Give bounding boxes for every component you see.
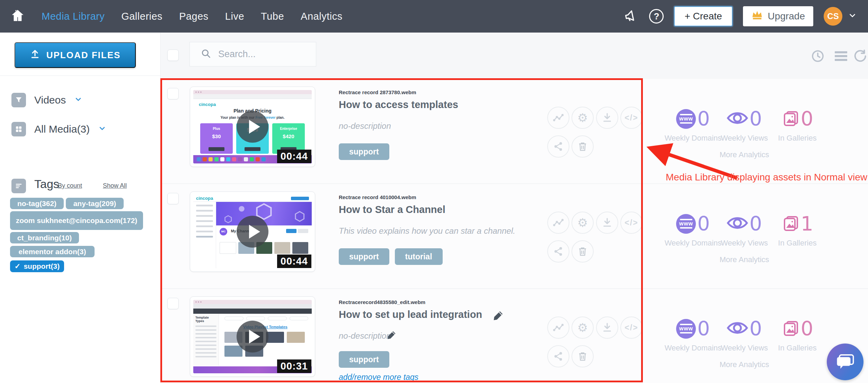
share-button[interactable] — [547, 345, 569, 367]
delete-trash-button[interactable] — [572, 240, 594, 262]
media-filename: Rectrace record 4010004.webm — [339, 194, 416, 200]
more-analytics-link[interactable]: More Analytics — [710, 255, 779, 264]
tag-pill-zoom-sukhneet[interactable]: zoom sukhneet@cincopa.com(172) — [10, 211, 143, 230]
by-count-link[interactable]: By count — [58, 182, 82, 189]
media-list-area: cincopa Plan and Pricing Your plan is wi… — [161, 33, 868, 383]
eye-icon — [727, 320, 748, 337]
top-navbar: Media Library Galleries Pages Live Tube … — [0, 0, 868, 33]
videos-filter[interactable]: Videos — [11, 93, 82, 107]
list-view-icon[interactable] — [833, 48, 849, 64]
announcements-icon[interactable] — [622, 7, 640, 26]
play-button[interactable] — [237, 321, 268, 353]
embed-code-button[interactable]: </> — [620, 107, 643, 129]
pricing-card: Enterprise $420 — [272, 123, 305, 154]
row-checkbox[interactable] — [167, 88, 179, 99]
nav-galleries[interactable]: Galleries — [121, 11, 162, 22]
search-input[interactable] — [218, 49, 305, 60]
row-checkbox[interactable] — [167, 298, 179, 309]
user-avatar[interactable]: CS — [824, 7, 842, 26]
domains-globe-icon: www — [676, 214, 696, 234]
chevron-down-icon[interactable] — [74, 95, 82, 105]
media-description[interactable]: no-description — [339, 331, 391, 341]
chat-widget-button[interactable] — [827, 344, 863, 380]
video-thumbnail[interactable]: Template Types Video Playlist Templates … — [190, 296, 315, 377]
more-analytics-link[interactable]: More Analytics — [710, 360, 779, 369]
delete-trash-button[interactable] — [572, 135, 594, 158]
show-all-link[interactable]: Show All — [103, 182, 127, 189]
weekly-domains-value: 0 — [697, 214, 710, 234]
media-description[interactable]: no-description — [339, 121, 391, 131]
play-button[interactable] — [237, 111, 268, 143]
weekly-views-value: 0 — [750, 214, 762, 234]
nav-analytics[interactable]: Analytics — [301, 11, 343, 22]
media-title[interactable]: How to Star a Channel — [339, 204, 445, 215]
weekly-domains-value: 0 — [697, 319, 710, 339]
mac-menubar — [193, 90, 312, 94]
analytics-button[interactable] — [547, 107, 569, 129]
upload-files-button[interactable]: UPLOAD FILES — [15, 42, 136, 68]
nav-media-library[interactable]: Media Library — [42, 11, 105, 22]
edit-description-pencil-icon[interactable] — [387, 330, 397, 341]
upload-icon — [30, 49, 40, 62]
media-description[interactable]: This video explains how you can star a c… — [339, 226, 515, 236]
nav-live[interactable]: Live — [225, 11, 244, 22]
settings-gear-button[interactable]: ⚙ — [572, 317, 594, 339]
upgrade-button[interactable]: Upgrade — [743, 6, 813, 26]
search-box — [189, 42, 316, 66]
history-clock-icon[interactable] — [810, 48, 825, 64]
download-button[interactable] — [596, 317, 618, 339]
video-thumbnail[interactable]: cincopa Plan and Pricing Your plan is wi… — [190, 87, 315, 167]
settings-gear-button[interactable]: ⚙ — [572, 107, 594, 129]
download-button[interactable] — [596, 212, 618, 234]
delete-trash-button[interactable] — [572, 345, 594, 367]
cincopa-logo: cincopa — [196, 196, 213, 201]
row-checkbox[interactable] — [167, 193, 179, 204]
duration-badge: 00:44 — [277, 255, 311, 268]
media-tag-pill[interactable]: support — [339, 143, 389, 160]
media-tag-pill[interactable]: tutorial — [395, 248, 443, 265]
tag-pill-support-selected[interactable]: ✓ support(3) — [10, 260, 64, 272]
chevron-down-icon[interactable] — [98, 124, 106, 134]
share-button[interactable] — [547, 240, 569, 262]
more-analytics-link[interactable]: More Analytics — [710, 150, 779, 159]
eye-icon — [727, 110, 748, 127]
analytics-button[interactable] — [547, 317, 569, 339]
play-button[interactable] — [237, 216, 268, 248]
home-icon[interactable] — [10, 8, 25, 24]
help-icon[interactable]: ? — [649, 9, 664, 24]
nav-pages[interactable]: Pages — [179, 11, 209, 22]
tag-pill-any-tag[interactable]: any-tag(209) — [66, 198, 124, 209]
video-thumbnail[interactable]: cincopa MC My Channel — [190, 192, 315, 272]
tag-pill-no-tag[interactable]: no-tag(362) — [10, 198, 64, 209]
pricing-card: Plus $30 — [200, 123, 233, 154]
media-tag-pill[interactable]: support — [339, 351, 389, 368]
add-remove-tags-link[interactable]: add/remove more tags — [339, 373, 418, 382]
grid-icon — [11, 122, 26, 136]
refresh-icon[interactable] — [852, 48, 867, 64]
media-row-2: cincopa MC My Channel — [161, 184, 868, 288]
channel-buttons — [286, 229, 308, 233]
all-media-filter[interactable]: All Media(3) — [11, 122, 106, 136]
create-button[interactable]: + Create — [674, 6, 732, 26]
edit-title-pencil-icon[interactable] — [493, 310, 504, 323]
tags-header: Tags — [11, 177, 59, 191]
analytics-button[interactable] — [547, 212, 569, 234]
funnel-icon — [11, 93, 26, 107]
account-chevron-down-icon[interactable] — [848, 11, 857, 21]
channel-uploads — [220, 242, 308, 254]
media-tag-pill[interactable]: support — [339, 248, 389, 265]
nav-tube[interactable]: Tube — [261, 11, 284, 22]
duration-badge: 00:44 — [277, 150, 311, 163]
settings-gear-button[interactable]: ⚙ — [572, 212, 594, 234]
select-all-checkbox[interactable] — [167, 50, 179, 61]
tag-pill-elementor-addon[interactable]: elementor addon(3) — [10, 246, 95, 257]
media-library-page: Media Library Galleries Pages Live Tube … — [0, 0, 868, 383]
media-title[interactable]: How to access templates — [339, 99, 458, 110]
media-title[interactable]: How to set up lead integration — [339, 309, 482, 320]
tag-pill-ct-branding[interactable]: ct_branding(10) — [10, 232, 79, 243]
in-galleries-value: 0 — [801, 109, 813, 129]
embed-code-button[interactable]: </> — [620, 212, 643, 234]
embed-code-button[interactable]: </> — [620, 317, 643, 339]
download-button[interactable] — [596, 107, 618, 129]
share-button[interactable] — [547, 135, 569, 158]
